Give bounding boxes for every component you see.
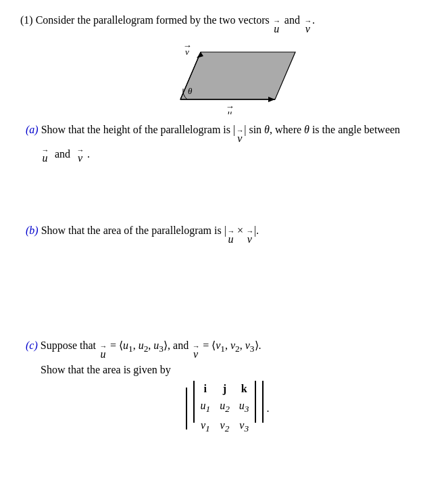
part-c-vec-u: → u — [99, 343, 107, 360]
part-a-vec-v2: → v — [76, 147, 84, 164]
matrix-cell-u1: u1 — [200, 398, 210, 416]
determinant-expression: i j k u1 u2 u3 v1 v2 v3 — [184, 381, 265, 435]
matrix-cell-k: k — [239, 381, 249, 397]
part-c-eq1: = ⟨u1, u2, u3⟩, and — [107, 337, 191, 356]
matrix-wrapper: i j k u1 u2 u3 v1 v2 v3 . — [26, 381, 428, 435]
part-b-text2: |. — [254, 222, 259, 239]
part-a-and: and — [55, 148, 70, 160]
part-b-letter-v: v — [247, 234, 252, 245]
part-c-letter-v: v — [193, 349, 198, 360]
part-b-row: (b) Show that the area of the parallelog… — [26, 222, 428, 245]
part-c-label: (c) — [26, 337, 38, 354]
part-b-text1: Show that the area of the parallelogram … — [41, 222, 226, 239]
part-a-vec-u2: → u — [41, 147, 49, 164]
matrix-cell-i: i — [200, 381, 210, 397]
part-c-letter-u: u — [100, 349, 105, 360]
matrix-dot: . — [267, 402, 270, 415]
part-a-period: . — [87, 148, 90, 160]
part-a-text2: | sin θ, where θ is the angle between — [244, 121, 400, 139]
svg-text:u: u — [227, 108, 232, 114]
part-a-text1: Show that the height of the parallelogra… — [41, 121, 236, 139]
intro-text: Consider the parallelogram formed by the… — [36, 12, 270, 28]
spacer-a — [20, 168, 428, 222]
svg-text:v: v — [185, 47, 189, 57]
right-bar-inner — [255, 381, 256, 423]
and-word: and — [284, 12, 300, 28]
part-b-vec-v: → v — [246, 228, 253, 245]
svg-text:θ: θ — [188, 86, 193, 96]
part-b-cross: × — [237, 222, 243, 239]
part-a-vec-v: → v — [236, 127, 243, 144]
part-a: (a) Show that the height of the parallel… — [20, 121, 428, 164]
matrix-cell-u2: u2 — [220, 398, 230, 416]
vector-v-header: → v — [304, 18, 312, 34]
part-c-text1: Suppose that — [41, 337, 99, 354]
part-c-vec-v: → v — [192, 343, 199, 360]
right-bar-outer — [262, 381, 264, 423]
spacer-b — [20, 249, 428, 337]
part-c-text2: Show that the area is given by — [41, 364, 171, 375]
part-a-letter-v2: v — [78, 153, 82, 164]
left-bar-outer — [186, 388, 187, 429]
matrix-grid: i j k u1 u2 u3 v1 v2 v3 — [200, 381, 249, 435]
part-a-letter-u2: u — [43, 153, 48, 164]
part-c: (c) Suppose that → u = ⟨u1, u2, u3⟩, and… — [20, 337, 428, 436]
problem-number: (1) — [20, 12, 33, 28]
part-c-eq2: = ⟨v1, v2, v3⟩. — [200, 337, 261, 356]
matrix-cell-u3: u3 — [239, 398, 249, 416]
part-c-row2: Show that the area is given by — [26, 361, 428, 379]
matrix-cell-v2: v2 — [220, 417, 230, 436]
part-a-row: (a) Show that the height of the parallel… — [26, 121, 428, 144]
letter-u: u — [274, 24, 279, 34]
matrix-cell-v1: v1 — [200, 417, 210, 436]
matrix-cell-j: j — [220, 381, 230, 397]
part-a-label: (a) — [26, 121, 39, 139]
part-b-vec-u: → u — [227, 228, 234, 245]
vector-u-header: → u — [273, 18, 280, 34]
part-a-letter-v: v — [237, 133, 242, 144]
part-a-continuation: → u and → v . — [26, 145, 428, 164]
letter-v: v — [305, 24, 310, 34]
trailing-period: . — [312, 12, 315, 28]
matrix-cell-v3: v3 — [239, 417, 249, 436]
part-c-row1: (c) Suppose that → u = ⟨u1, u2, u3⟩, and… — [26, 337, 428, 360]
parallelogram-diagram: θ → v → u — [20, 40, 428, 114]
problem-header: (1) Consider the parallelogram formed by… — [20, 12, 428, 34]
diagram-svg: θ → v → u — [150, 40, 299, 114]
part-b: (b) Show that the area of the parallelog… — [20, 222, 428, 245]
part-b-label: (b) — [26, 222, 39, 239]
part-b-letter-u: u — [228, 234, 233, 245]
left-bar-inner — [193, 381, 195, 423]
